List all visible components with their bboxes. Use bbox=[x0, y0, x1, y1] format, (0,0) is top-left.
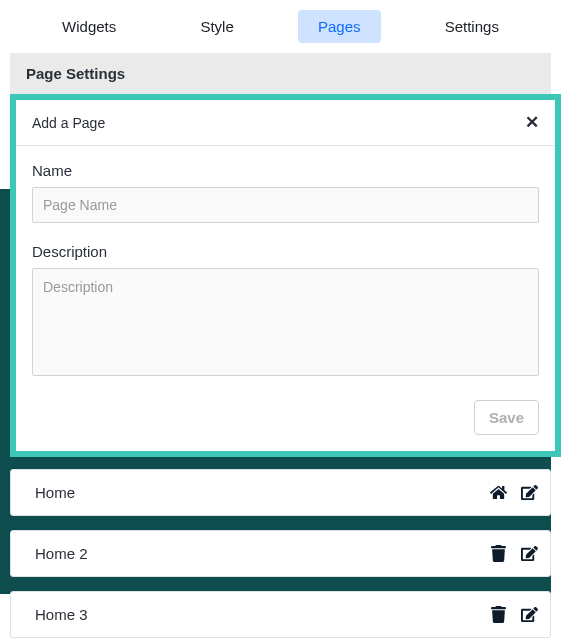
page-description-input[interactable] bbox=[32, 268, 539, 376]
delete-icon[interactable] bbox=[490, 606, 507, 623]
description-label: Description bbox=[32, 243, 539, 260]
tab-settings[interactable]: Settings bbox=[425, 10, 519, 43]
add-page-title: Add a Page bbox=[32, 115, 105, 131]
tabs-bar: Widgets Style Pages Settings bbox=[0, 0, 561, 53]
home-icon[interactable] bbox=[490, 484, 507, 501]
edit-icon[interactable] bbox=[521, 545, 538, 562]
page-name-text: Home 3 bbox=[35, 606, 490, 623]
add-page-card: Add a Page ✕ Name Description Save bbox=[10, 94, 561, 457]
section-header: Page Settings bbox=[10, 53, 551, 94]
save-button[interactable]: Save bbox=[474, 400, 539, 435]
page-name-text: Home bbox=[35, 484, 490, 501]
edit-icon[interactable] bbox=[521, 484, 538, 501]
page-item: Home 2 bbox=[10, 530, 551, 577]
tab-pages[interactable]: Pages bbox=[298, 10, 381, 43]
page-name-input[interactable] bbox=[32, 187, 539, 223]
page-item: Home 3 bbox=[10, 591, 551, 638]
page-name-text: Home 2 bbox=[35, 545, 490, 562]
tab-widgets[interactable]: Widgets bbox=[42, 10, 136, 43]
page-item: Home bbox=[10, 469, 551, 516]
delete-icon[interactable] bbox=[490, 545, 507, 562]
pages-list: Home Home 2 bbox=[0, 469, 561, 638]
close-icon: ✕ bbox=[525, 113, 539, 132]
edit-icon[interactable] bbox=[521, 606, 538, 623]
tab-style[interactable]: Style bbox=[180, 10, 253, 43]
name-label: Name bbox=[32, 162, 539, 179]
close-button[interactable]: ✕ bbox=[525, 112, 539, 133]
